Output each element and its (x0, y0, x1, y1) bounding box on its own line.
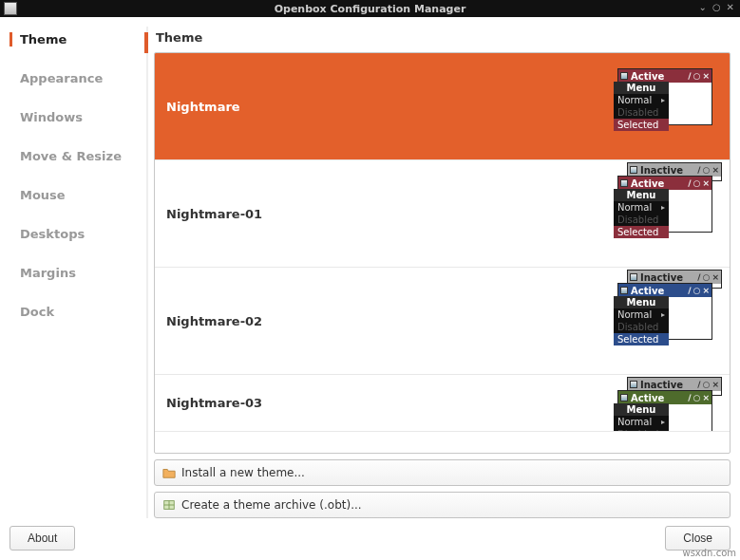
sidebar-item-windows[interactable]: Windows (9, 110, 142, 124)
theme-name: Nightmare-01 (162, 166, 597, 261)
theme-preview: Active∕○×MenuNormal▸DisabledSelected (597, 59, 722, 154)
preview-menu-header: Menu (614, 296, 669, 308)
preview-active-titlebar: Active∕○× (618, 69, 712, 83)
preview-active-titlebar: Active∕○× (618, 391, 712, 404)
preview-menu-item: Normal▸ (614, 416, 669, 428)
theme-preview: Inactive∕○×Active∕○×MenuNormal▸DisabledS… (597, 166, 722, 261)
theme-row[interactable]: NightmareActive∕○×MenuNormal▸DisabledSel… (155, 53, 730, 160)
preview-menu-item: Normal▸ (614, 201, 669, 214)
folder-icon (162, 466, 176, 479)
theme-name: Nightmare (162, 59, 597, 154)
sidebar-item-move-resize[interactable]: Move & Resize (9, 149, 142, 163)
sidebar-item-theme[interactable]: Theme (9, 32, 142, 47)
theme-preview: Inactive∕○×Active∕○×MenuNormal▸DisabledS… (597, 273, 722, 368)
sidebar-separator (146, 27, 148, 518)
preview-menu-item-selected: Selected (614, 119, 669, 131)
create-archive-button[interactable]: Create a theme archive (.obt)... (154, 492, 731, 518)
preview-inactive-titlebar: Inactive∕○× (628, 378, 721, 391)
theme-name: Nightmare-03 (162, 381, 597, 425)
preview-inactive-titlebar: Inactive∕○× (628, 163, 721, 177)
package-icon (162, 498, 176, 512)
close-icon[interactable]: ✕ (727, 2, 734, 12)
preview-menu: MenuNormal▸DisabledSelected (614, 189, 669, 238)
content-pane: Theme NightmareActive∕○×MenuNormal▸Disab… (154, 27, 731, 518)
theme-preview: Inactive∕○×Active∕○×MenuNormal▸DisabledS… (597, 381, 722, 425)
preview-menu: MenuNormal▸DisabledSelected (614, 403, 669, 432)
sidebar-item-margins[interactable]: Margins (9, 266, 142, 280)
sidebar-item-mouse[interactable]: Mouse (9, 188, 142, 202)
preview-menu-item-disabled: Disabled (614, 428, 669, 432)
theme-list[interactable]: NightmareActive∕○×MenuNormal▸DisabledSel… (154, 52, 731, 454)
preview-menu: MenuNormal▸DisabledSelected (614, 82, 669, 131)
sidebar-item-appearance[interactable]: Appearance (9, 71, 142, 85)
footer: About Close (9, 526, 731, 551)
preview-menu-item-selected: Selected (614, 333, 669, 345)
watermark: wsxdn.com (682, 548, 736, 558)
section-title: Theme (154, 27, 731, 52)
preview-active-titlebar: Active∕○× (618, 177, 712, 190)
theme-row[interactable]: Nightmare-02Inactive∕○×Active∕○×MenuNorm… (155, 268, 730, 375)
preview-active-titlebar: Active∕○× (618, 284, 712, 297)
theme-row[interactable]: Nightmare-01Inactive∕○×Active∕○×MenuNorm… (155, 160, 730, 268)
preview-menu-header: Menu (614, 403, 669, 416)
minimize-icon[interactable]: ⌄ (698, 2, 706, 12)
install-theme-button[interactable]: Install a new theme... (154, 459, 731, 486)
window-titlebar: Openbox Configuration Manager ⌄ ○ ✕ (0, 0, 740, 17)
theme-name: Nightmare-02 (162, 273, 597, 368)
preview-menu-header: Menu (614, 189, 669, 201)
about-button[interactable]: About (9, 526, 75, 551)
window-icon (4, 2, 17, 15)
preview-menu: MenuNormal▸DisabledSelected (614, 296, 669, 345)
create-archive-label: Create a theme archive (.obt)... (181, 498, 362, 512)
install-theme-label: Install a new theme... (181, 466, 305, 479)
window-controls: ⌄ ○ ✕ (698, 2, 734, 12)
theme-row[interactable]: Nightmare-03Inactive∕○×Active∕○×MenuNorm… (155, 375, 730, 432)
preview-menu-item: Normal▸ (614, 308, 669, 321)
preview-menu-item-disabled: Disabled (614, 321, 669, 333)
active-tab-indicator (144, 32, 148, 53)
preview-inactive-titlebar: Inactive∕○× (628, 271, 721, 284)
sidebar: ThemeAppearanceWindowsMove & ResizeMouse… (9, 27, 142, 518)
preview-menu-item-disabled: Disabled (614, 106, 669, 119)
preview-menu-item-selected: Selected (614, 226, 669, 238)
maximize-icon[interactable]: ○ (712, 2, 721, 12)
preview-menu-item: Normal▸ (614, 94, 669, 106)
window-title: Openbox Configuration Manager (0, 3, 740, 15)
preview-menu-item-disabled: Disabled (614, 214, 669, 226)
sidebar-item-desktops[interactable]: Desktops (9, 227, 142, 241)
sidebar-item-dock[interactable]: Dock (9, 305, 142, 319)
preview-menu-header: Menu (614, 82, 669, 94)
